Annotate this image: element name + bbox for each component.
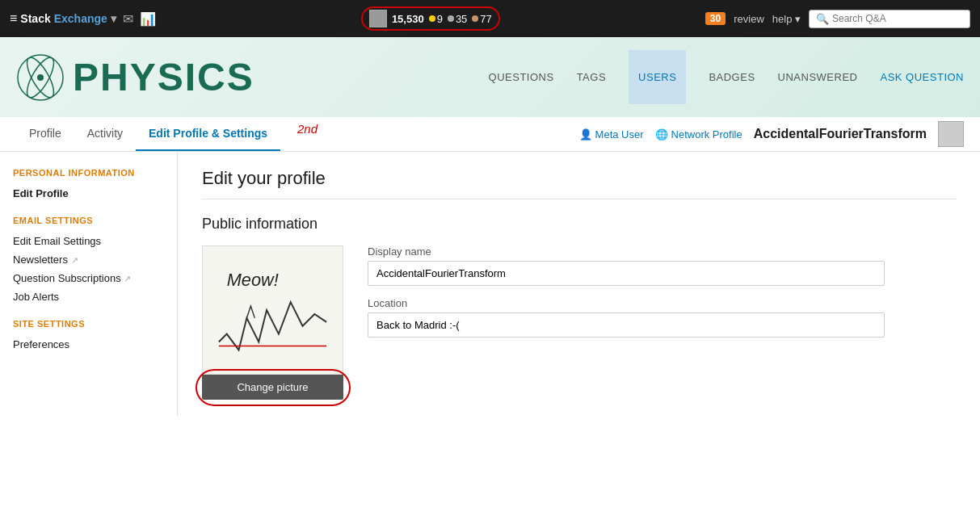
inbox-count-badge[interactable]: 30 <box>705 12 726 25</box>
user-avatar-top <box>369 10 387 27</box>
reputation-score: 15,530 <box>392 13 424 25</box>
sidebar-question-subscriptions[interactable]: Question Subscriptions ↗ <box>13 269 164 287</box>
reputation-bar[interactable]: 15,530 9 35 77 1st <box>361 6 500 31</box>
inbox-icon[interactable]: ✉ <box>123 11 133 27</box>
top-nav-right: 30 review help ▾ 🔍 <box>705 10 970 28</box>
form-fields: Display name Location <box>368 245 956 349</box>
change-picture-button[interactable]: Change picture <box>202 375 343 400</box>
achievements-icon[interactable]: 📊 <box>140 11 156 27</box>
tab-activity[interactable]: Activity <box>74 117 136 151</box>
silver-dot <box>448 15 454 22</box>
nav-users[interactable]: USERS <box>629 50 686 104</box>
meta-user-icon: 👤 <box>579 128 592 140</box>
svg-text:Meow!: Meow! <box>227 270 279 290</box>
bronze-badge: 77 <box>472 13 491 25</box>
bronze-dot <box>472 15 478 22</box>
sidebar-preferences[interactable]: Preferences <box>13 335 164 354</box>
top-nav-center: 15,530 9 35 77 1st <box>166 6 696 31</box>
annotation-second: 2nd <box>297 122 318 136</box>
profile-avatar <box>938 121 964 147</box>
avatar-sketch-svg: Meow! <box>203 246 343 374</box>
gold-badge: 9 <box>429 13 443 25</box>
nav-tags[interactable]: TAGS <box>577 71 606 83</box>
site-name: PHYSICS <box>73 55 254 99</box>
public-info-title: Public information <box>202 216 956 233</box>
avatar-image: Meow! <box>202 245 343 375</box>
search-box[interactable]: 🔍 <box>809 10 970 28</box>
sidebar-edit-profile[interactable]: Edit Profile <box>13 184 164 203</box>
public-info-grid: Meow! Change picture 3rd <box>202 245 956 400</box>
external-link-icon: ↗ <box>71 255 78 265</box>
location-group: Location <box>368 297 956 338</box>
site-settings-section-title: SITE SETTINGS <box>13 319 164 329</box>
external-link-icon-2: ↗ <box>124 274 131 283</box>
svg-rect-4 <box>203 246 343 374</box>
gold-dot <box>429 15 435 22</box>
sidebar-newsletters[interactable]: Newsletters ↗ <box>13 250 164 269</box>
display-name-input[interactable] <box>368 261 885 286</box>
physics-logo-icon <box>16 53 65 102</box>
profile-username: AccidentalFourierTransform <box>754 127 927 141</box>
top-navigation: ≡ StackExchange ▾ ✉ 📊 15,530 9 35 77 1st <box>0 0 980 37</box>
personal-info-section-title: PERSONAL INFORMATION <box>13 168 164 178</box>
content-area: Edit your profile Public information Meo… <box>178 152 980 416</box>
page-title: Edit your profile <box>202 168 956 199</box>
nav-unanswered[interactable]: UNANSWERED <box>778 71 858 83</box>
main-content: PERSONAL INFORMATION Edit Profile EMAIL … <box>0 152 980 416</box>
stack-exchange-logo[interactable]: ≡ StackExchange ▾ <box>10 11 116 26</box>
profile-tabs: Profile Activity Edit Profile & Settings… <box>0 117 980 152</box>
nav-badges[interactable]: BADGES <box>709 71 755 83</box>
review-link[interactable]: review <box>734 13 764 25</box>
display-name-group: Display name <box>368 245 956 286</box>
site-header: PHYSICS QUESTIONS TAGS USERS BADGES UNAN… <box>0 37 980 117</box>
search-input[interactable] <box>832 13 961 24</box>
nav-questions[interactable]: QUESTIONS <box>489 71 554 83</box>
top-nav-left: ≡ StackExchange ▾ ✉ 📊 <box>10 11 156 27</box>
meta-user-link[interactable]: 👤 Meta User <box>579 128 644 140</box>
tab-profile[interactable]: Profile <box>16 117 74 151</box>
nav-ask-question[interactable]: ASK QUESTION <box>880 71 964 83</box>
site-logo-area: PHYSICS <box>16 53 254 102</box>
avatar-section: Meow! Change picture 3rd <box>202 245 343 400</box>
help-link[interactable]: help ▾ <box>772 13 801 25</box>
tab-edit-profile-settings[interactable]: Edit Profile & Settings <box>136 117 280 151</box>
search-icon: 🔍 <box>816 13 829 25</box>
site-navigation: QUESTIONS TAGS USERS BADGES UNANSWERED A… <box>489 50 964 104</box>
sidebar: PERSONAL INFORMATION Edit Profile EMAIL … <box>0 152 178 416</box>
sidebar-edit-email-settings[interactable]: Edit Email Settings <box>13 232 164 250</box>
email-settings-section-title: EMAIL SETTINGS <box>13 216 164 225</box>
network-profile-link[interactable]: 🌐 Network Profile <box>655 128 742 140</box>
sidebar-job-alerts[interactable]: Job Alerts <box>13 287 164 306</box>
network-icon: 🌐 <box>655 128 668 140</box>
location-label: Location <box>368 297 956 309</box>
location-input[interactable] <box>368 312 885 338</box>
display-name-label: Display name <box>368 245 956 258</box>
silver-badge: 35 <box>448 13 467 25</box>
profile-tab-right: 👤 Meta User 🌐 Network Profile Accidental… <box>579 121 964 147</box>
svg-point-3 <box>37 74 44 81</box>
